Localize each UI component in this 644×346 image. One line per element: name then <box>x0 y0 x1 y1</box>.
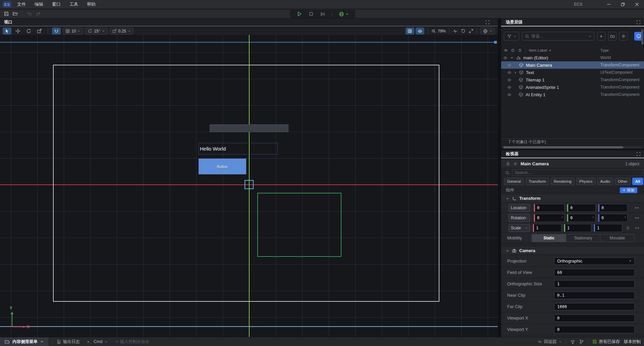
stats-icon[interactable] <box>453 29 458 34</box>
step-button[interactable] <box>320 11 325 17</box>
fov-input[interactable]: 60 <box>554 269 635 276</box>
hierarchy-expand-icon[interactable] <box>636 20 641 24</box>
tab-all[interactable]: All <box>632 178 643 185</box>
ui-button-element[interactable]: Button <box>199 159 246 174</box>
app-logo[interactable]: ES <box>2 1 12 8</box>
lock-scale-icon[interactable] <box>626 226 630 230</box>
eye-icon[interactable] <box>507 70 512 75</box>
inspector-expand-icon[interactable] <box>636 152 641 156</box>
tree-row-main-camera[interactable]: Main Camera TransformComponent <box>501 61 644 69</box>
tree-row-text[interactable]: Text UITextComponent <box>501 69 644 76</box>
tab-physics[interactable]: Physics <box>576 178 596 185</box>
selection-handle[interactable] <box>494 41 497 44</box>
eye-icon[interactable] <box>507 85 512 90</box>
hierarchy-hscrollbar-thumb[interactable] <box>503 146 623 149</box>
tree-row-ai-entity[interactable]: AI Entity 1 TransformComponent <box>501 91 644 98</box>
link-values-icon[interactable] <box>635 216 639 220</box>
viewport-expand-icon[interactable] <box>485 20 490 24</box>
hierarchy-settings-button[interactable] <box>619 32 628 41</box>
eye-icon[interactable] <box>503 56 507 60</box>
tree-row-animatedsprite[interactable]: AnimatedSprite 1 TransformComponent <box>501 83 644 91</box>
inspector-search-input[interactable]: Search... <box>512 169 643 176</box>
viewport-y-input[interactable]: 0 <box>554 326 635 333</box>
lock-icon[interactable] <box>506 162 510 166</box>
link-values-icon[interactable] <box>635 226 639 230</box>
tilemap-rect[interactable] <box>257 193 341 257</box>
tab-other[interactable]: Other <box>615 178 631 185</box>
tree-row-world[interactable]: main (Editor) World <box>501 54 644 61</box>
undo-icon[interactable] <box>25 10 34 17</box>
eye-icon[interactable] <box>507 78 512 82</box>
mobility-static[interactable]: Static <box>532 234 566 242</box>
add-entity-button[interactable] <box>597 32 605 41</box>
grid-toggle-button[interactable] <box>406 27 414 35</box>
link-values-icon[interactable] <box>635 206 639 210</box>
rotation-z-input[interactable]: 0° <box>598 214 628 222</box>
ortho-size-input[interactable]: 1 <box>554 280 635 288</box>
menu-help[interactable]: 帮助 <box>87 1 96 7</box>
output-log-button[interactable]: 输出日志 <box>57 339 80 345</box>
select-tool[interactable] <box>3 27 11 35</box>
hierarchy-vscrollbar-thumb[interactable] <box>641 29 643 45</box>
camera-section-header[interactable]: Camera <box>501 247 644 255</box>
scale-y-input[interactable]: 1 <box>564 224 591 232</box>
rotation-snap-dropdown[interactable]: 15° <box>85 27 107 35</box>
rotation-y-input[interactable]: 0° <box>567 214 596 222</box>
transform-section-header[interactable]: Transform <box>501 194 644 203</box>
eye-icon[interactable] <box>507 93 512 97</box>
tree-row-tilemap[interactable]: Tilemap 1 TransformComponent <box>501 76 644 83</box>
projection-dropdown[interactable]: Orthographic ▼ <box>554 257 635 265</box>
ui-text-element[interactable]: Hello World <box>199 143 278 155</box>
location-z-input[interactable]: 0 <box>598 204 628 212</box>
close-button[interactable] <box>630 0 644 9</box>
menu-edit[interactable]: 编辑 <box>35 1 43 7</box>
rotation-dropdown[interactable]: Rotation <box>508 214 530 222</box>
stop-button[interactable] <box>309 11 314 16</box>
type-column-label[interactable]: Type <box>600 48 609 52</box>
add-folder-button[interactable] <box>608 32 616 41</box>
rotate-tool[interactable] <box>24 27 33 35</box>
location-dropdown[interactable]: Location <box>508 204 530 212</box>
run-mode-dropdown[interactable] <box>339 11 349 17</box>
sprite-bar[interactable] <box>210 124 288 132</box>
gear-icon[interactable] <box>513 162 518 166</box>
trace-dropdown[interactable]: 回追踪 <box>538 339 562 345</box>
scene-canvas[interactable]: Hello World Button Y X <box>0 35 498 337</box>
menu-tools[interactable]: 工具 <box>69 1 78 7</box>
hierarchy-search-input[interactable]: 搜索... <box>522 32 594 41</box>
menu-window[interactable]: 窗口 <box>52 1 61 7</box>
cmd-dropdown[interactable]: >_ Cmd <box>87 339 108 344</box>
redo-icon[interactable] <box>34 10 43 17</box>
near-clip-input[interactable]: 0.1 <box>554 292 635 299</box>
scale-tool[interactable] <box>35 27 44 35</box>
zoom-level[interactable]: 79% <box>431 29 446 34</box>
console-input[interactable]: > 输入控制台命令 <box>116 339 150 345</box>
open-folder-icon[interactable] <box>11 10 19 17</box>
fullscreen-icon[interactable] <box>469 29 473 33</box>
filter-dropdown[interactable] <box>504 32 519 41</box>
sort-by-label[interactable]: Item Label <box>529 48 551 52</box>
chevron-right-icon[interactable] <box>514 71 517 74</box>
restore-button[interactable] <box>616 0 630 9</box>
save-icon[interactable] <box>2 10 11 17</box>
scale-z-input[interactable]: 1 <box>594 224 622 232</box>
scale-x-input[interactable]: 1 <box>533 224 561 232</box>
menu-file[interactable]: 文件 <box>17 1 26 7</box>
viewport-x-input[interactable]: 0 <box>554 314 635 322</box>
tab-audio[interactable]: Audio <box>597 178 613 185</box>
tab-rendering[interactable]: Rendering <box>551 178 575 185</box>
mobility-movable[interactable]: Movable <box>600 234 634 242</box>
location-y-input[interactable]: 0 <box>567 204 596 212</box>
grid-snap-dropdown[interactable]: 10 <box>63 27 83 35</box>
branch-icon[interactable] <box>579 339 584 344</box>
rotation-x-input[interactable]: 0° <box>534 214 565 222</box>
version-control-button[interactable]: 版本控制 <box>624 339 641 345</box>
network-icon[interactable] <box>570 339 575 344</box>
reset-view-icon[interactable] <box>461 29 466 34</box>
visibility-toggle-button[interactable] <box>416 27 424 35</box>
eye-icon[interactable] <box>507 63 512 67</box>
location-x-input[interactable]: 0 <box>534 204 565 212</box>
tab-transform[interactable]: Transform <box>526 178 549 185</box>
origin-gizmo-rect[interactable] <box>245 180 254 189</box>
add-component-button[interactable]: 添加 <box>620 187 637 193</box>
